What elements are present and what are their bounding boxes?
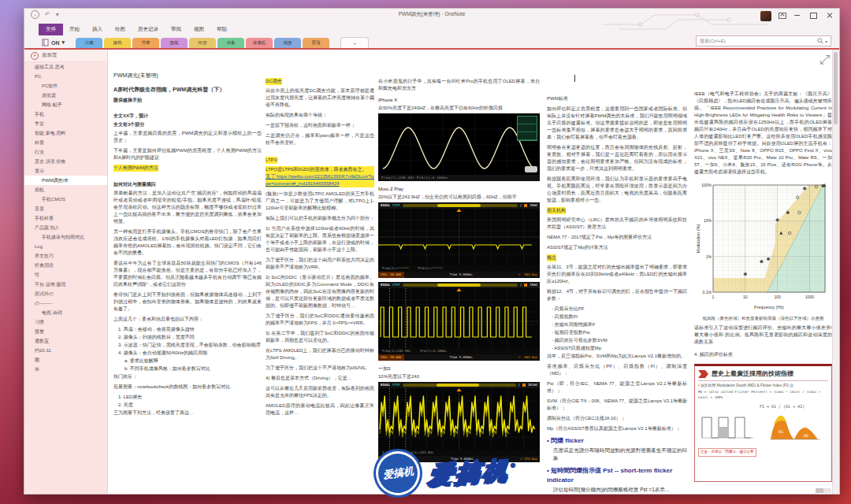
image-caption: 在50%亮度下是240HZ，在最高亮度下仍有60Hz的轻微闪烁: [378, 105, 540, 112]
sidebar-page-item[interactable]: 习惯: [24, 317, 107, 327]
text-block: a. 要求比较解释: [124, 358, 262, 365]
text-block: 閃爍 flicker: [547, 436, 687, 446]
sidebar-page-item[interactable]: の--------: [24, 298, 107, 308]
scrollbar-thumb[interactable]: [816, 488, 823, 493]
account-avatar[interactable]: [760, 11, 771, 21]
sidebar-page-item[interactable]: 许: [24, 365, 107, 374]
add-section-tab[interactable]: +: [340, 37, 369, 48]
sidebar-page-item[interactable]: 司: [24, 270, 107, 280]
sidebar-page-item[interactable]: 行业: [24, 147, 107, 157]
svg-text:Frequency (Hz): Frequency (Hz): [754, 305, 784, 309]
text-block: 在LTPS AMOLED上，我们把屏幕自己的驱动时钟称为Self Driving…: [266, 347, 374, 361]
maximize-button[interactable]: [807, 10, 819, 20]
text-block: 2) SoC向DDIC（显示驱动芯片）发送画面的频率。因为OLED的DDIC多为…: [266, 274, 374, 309]
ribbon-tab[interactable]: 历史记录: [132, 24, 165, 35]
sidebar-page-item[interactable]: 相机: [24, 185, 107, 195]
sidebar-page-item[interactable]: PC软件: [24, 81, 107, 91]
sidebar-page-item[interactable]: 手机摄录与拍照对比: [24, 232, 107, 242]
add-page-button[interactable]: + 添加页: [24, 50, 107, 62]
sidebar-page-item[interactable]: PWM调光/未: [24, 176, 107, 185]
slide-formula-md: MD = (also called Flicker Percent) = (Lm…: [698, 390, 828, 400]
image-column: 在小米酒鬼的日子中，其实每一台叫红米Pro的手机也用了OLED屏幕，来自和辉光电…: [378, 78, 540, 494]
svg-text:100: 100: [775, 295, 782, 299]
notebook-switcher[interactable]: ON ▾: [42, 39, 65, 48]
notebook-section-tab[interactable]: 设备: [217, 38, 244, 48]
notebook-section-tab[interactable]: 随笔: [161, 38, 188, 48]
notebook-section-tab[interactable]: 录像机: [246, 38, 273, 48]
text-cursor: [574, 75, 575, 82]
ribbon-tab[interactable]: 插入: [86, 24, 109, 35]
expand-page-icon[interactable]: ⤢: [819, 53, 830, 67]
sidebar-page-item[interactable]: 音质: [24, 204, 107, 213]
notebook-section-tab[interactable]: 涂鸦: [104, 38, 131, 48]
scope-status-bar: Freq(1)=240.4Hz Prd(1)=4.160ms: [378, 175, 540, 181]
text-block: (魅族)一加是少数使用LTPO AMOLED的第三方手机厂商之一，可能是为了方便…: [266, 191, 374, 212]
search-scope-chevron-icon[interactable]: ▾: [825, 39, 827, 44]
ribbon-tab[interactable]: 视图: [188, 24, 210, 35]
sidebar-page-item[interactable]: PC: [24, 72, 107, 81]
sidebar-page-item[interactable]: Log: [24, 242, 107, 251]
oscilloscope-screenshot-oneplus: RIGOLSTOP/281mV: [378, 382, 540, 462]
text-block: 个人检测PWM的方法: [113, 165, 158, 172]
text-block: b. 不同手机成像风格：如何看参数写对比: [124, 365, 262, 372]
tab-file[interactable]: 文件: [39, 24, 63, 35]
text-block: NEMA 77 - 2017规定了Pst，Mp等的测量评价方法: [547, 234, 687, 241]
ribbon-tab[interactable]: 开始: [63, 24, 86, 35]
text-block: 这可以从最近几天后用新姿势改变，实际看到的画面其实是允许的最佳FPS决定的。: [266, 385, 374, 399]
svg-text:10%: 10%: [704, 218, 712, 223]
sidebar-page-item[interactable]: 平台.运维.援现: [24, 280, 107, 289]
sidebar-page-item[interactable]: 科普: [24, 138, 107, 147]
sidebar-page-item[interactable]: 超级工具.思考: [24, 62, 107, 72]
horizontal-scrollbar[interactable]: [816, 488, 831, 493]
sidebar-page-item[interactable]: 界文技巧: [24, 251, 107, 261]
sidebar-page-item[interactable]: 电视.诗词: [24, 308, 107, 317]
sidebar-page-item[interactable]: 通数宝: [24, 336, 107, 346]
notebook-section-tab[interactable]: 置顶: [303, 38, 329, 48]
search-input[interactable]: 搜索(Ctrl+E) ▾: [696, 35, 831, 46]
text-block: 3) 在第二节中，我们提到了SoC和DDIC的画面传输刷新率，周期也是可以变化的…: [266, 330, 374, 344]
svg-text:FI = A1 / (A1 + A2): FI = A1 / (A1 + A2): [760, 404, 805, 409]
ribbon-tab[interactable]: 审阅: [165, 24, 188, 35]
sidebar-page-item[interactable]: 产品观.拍人: [24, 223, 107, 232]
text-block: - 频闪效应可视化参数SVM: [552, 337, 687, 344]
sidebar-page-item[interactable]: 手机科普: [24, 213, 107, 223]
scrollbar-thumb[interactable]: [834, 52, 838, 124]
text-block: [113, 106, 262, 109]
close-button[interactable]: [823, 10, 836, 20]
sidebar-page-item[interactable]: 面试外の: [24, 289, 107, 298]
text-block: 根据12、4节，对于所有标识可调光的灯，应在报告中提供一下频闪参数：: [547, 288, 687, 302]
text-block: 该标准引入了波动深度进行频闪评价。光输出的最大最小值差异/最大最小值和 的比例。…: [694, 324, 832, 346]
oscilloscope-screenshot-iphone: Freq(1)=240.4Hz Prd(1)=4.160ms: [378, 113, 540, 181]
text-column-4: PWM标准如何评估和定义危害程度，这需要用到一些国家或者国际标准。但实际上并没有…: [547, 95, 687, 494]
ribbon-display-options-button[interactable]: [776, 10, 789, 20]
sidebar-page-item[interactable]: 历史.演变.价格: [24, 157, 107, 166]
ribbon-tab[interactable]: 帮助: [210, 24, 233, 35]
sidebar-page-item[interactable]: 学堂: [24, 119, 107, 128]
text-block: 为了便于区分，我们把SoC和DDIC通信要传递画面的频率不严谨地称为FPS，并且…: [266, 313, 374, 327]
text-block: 評估短時間(幾分鐘內)的閃爍嚴格程度 Pst =1表示…: [553, 486, 687, 494]
text-block: 快门效应：: [113, 373, 262, 380]
notebook-section-tab[interactable]: 片隅: [76, 38, 102, 48]
svg-text:Modulation (%): Modulation (%): [696, 224, 700, 253]
sidebar-page-item[interactable]: 搜整: [24, 327, 107, 336]
sidebar-page-item[interactable]: 约20-11: [24, 346, 107, 355]
ribbon-tab[interactable]: 绘图: [109, 24, 132, 35]
page-canvas[interactable]: ⤢ PWM调光(未整理)A屏时代养眼生存指南，PWM调光科普（下）眼保健操开始全…: [108, 50, 839, 494]
ribbon-options-icon: [779, 13, 786, 19]
sidebar-page-item[interactable]: 经典用语: [24, 261, 107, 270]
chart-caption: 低风险（黄色区域）和无显著影响等级（绿色以下区域）示意图: [694, 315, 832, 321]
vertical-scrollbar[interactable]: [832, 50, 839, 494]
minimize-button[interactable]: [790, 10, 803, 20]
sidebar-page-item[interactable]: 手机CMOS: [24, 195, 107, 204]
sidebar-page-item[interactable]: 显示: [24, 166, 107, 176]
sidebar-page-item[interactable]: 圈: [24, 355, 107, 365]
notebook-section-tab[interactable]: 相册: [274, 38, 301, 48]
text-block: 上半篇，主要是频闪烁的危害，PWM调光的定义和显示模组上的一些历史；: [113, 130, 262, 144]
notebook-section-tab[interactable]: 经历: [189, 38, 216, 48]
sidebar-page-item[interactable]: 手机: [24, 109, 107, 119]
notebook-section-tab[interactable]: 书单: [132, 38, 159, 48]
sidebar-page-item[interactable]: 智能.家电.用料: [24, 128, 107, 138]
sidebar-page-item[interactable]: 浏览器: [24, 91, 107, 100]
sidebar-page-item[interactable]: 网络.帖子: [24, 100, 107, 109]
chevron-down-icon: ▾: [62, 39, 65, 46]
